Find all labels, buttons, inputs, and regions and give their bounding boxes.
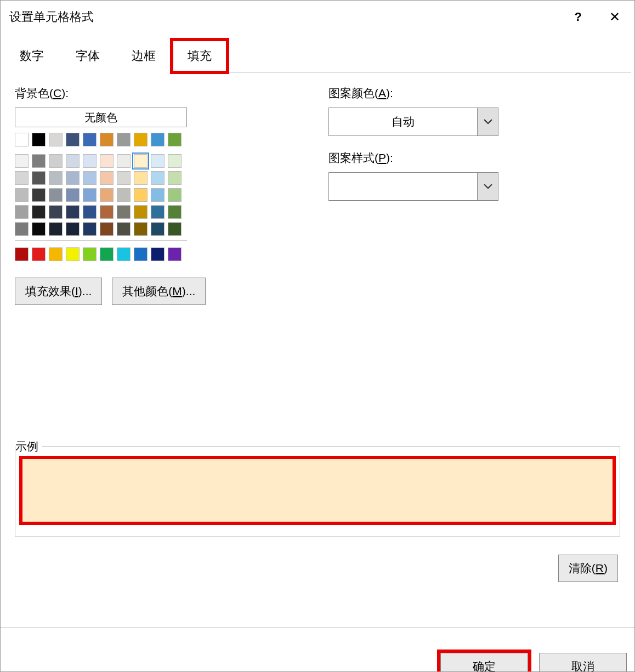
color-swatch[interactable] [168, 171, 182, 185]
color-swatch[interactable] [151, 133, 165, 146]
color-swatch[interactable] [100, 188, 114, 202]
color-swatch[interactable] [32, 205, 46, 219]
label-text: ): [386, 87, 393, 99]
color-swatch[interactable] [100, 222, 114, 236]
color-swatch[interactable] [100, 171, 114, 185]
label-text: ): [61, 87, 69, 99]
color-swatch[interactable] [151, 154, 165, 168]
color-swatch[interactable] [32, 188, 46, 202]
color-swatch[interactable] [168, 154, 182, 168]
color-swatch[interactable] [83, 247, 97, 261]
color-swatch[interactable] [134, 247, 148, 261]
chevron-down-icon[interactable] [477, 173, 498, 200]
color-swatch[interactable] [49, 205, 63, 219]
color-swatch[interactable] [117, 205, 131, 219]
cancel-button[interactable]: 取消 [539, 653, 627, 672]
color-swatch[interactable] [66, 133, 80, 146]
label-accel: P [378, 151, 386, 164]
color-swatch[interactable] [15, 133, 29, 146]
color-swatch[interactable] [15, 188, 29, 202]
color-swatch[interactable] [151, 171, 165, 185]
color-swatch[interactable] [83, 154, 97, 168]
color-swatch[interactable] [168, 247, 182, 261]
color-swatch[interactable] [100, 247, 114, 261]
tab-字体[interactable]: 字体 [60, 39, 116, 72]
color-swatch[interactable] [117, 154, 131, 168]
sample-preview [21, 458, 614, 523]
color-swatch[interactable] [134, 171, 148, 185]
chevron-down-icon[interactable] [477, 108, 498, 135]
color-swatch[interactable] [15, 205, 29, 219]
color-swatch[interactable] [168, 205, 182, 219]
color-swatch[interactable] [66, 171, 80, 185]
label-text: 图案颜色( [328, 87, 378, 99]
color-swatch[interactable] [134, 205, 148, 219]
color-swatch[interactable] [100, 205, 114, 219]
color-swatch[interactable] [117, 188, 131, 202]
color-swatch[interactable] [117, 133, 131, 146]
tab-边框[interactable]: 边框 [116, 39, 172, 72]
color-swatch[interactable] [134, 222, 148, 236]
color-swatch[interactable] [83, 205, 97, 219]
color-swatch[interactable] [100, 154, 114, 168]
btn-accel: R [596, 562, 604, 574]
color-swatch[interactable] [15, 154, 29, 168]
color-swatch[interactable] [117, 222, 131, 236]
color-swatch[interactable] [32, 133, 46, 146]
color-swatch[interactable] [83, 188, 97, 202]
pattern-color-combo[interactable]: 自动 [328, 108, 498, 136]
sample-area: 示例 [15, 446, 620, 537]
color-swatch[interactable] [15, 171, 29, 185]
color-swatch[interactable] [134, 154, 148, 168]
color-swatch[interactable] [32, 171, 46, 185]
help-icon[interactable]: ? [575, 10, 582, 24]
color-swatch[interactable] [151, 247, 165, 261]
color-swatch[interactable] [168, 222, 182, 236]
color-swatch[interactable] [134, 188, 148, 202]
no-color-button[interactable]: 无颜色 [15, 108, 187, 127]
tab-填充[interactable]: 填充 [172, 39, 228, 72]
color-swatch[interactable] [15, 222, 29, 236]
fill-effects-button[interactable]: 填充效果(I)... [15, 278, 102, 305]
color-swatch[interactable] [49, 154, 63, 168]
clear-button[interactable]: 清除(R) [558, 555, 618, 582]
color-swatch[interactable] [168, 133, 182, 146]
color-swatch[interactable] [66, 188, 80, 202]
color-swatch[interactable] [49, 222, 63, 236]
pattern-style-combo[interactable] [328, 172, 498, 201]
color-swatch[interactable] [100, 133, 114, 146]
right-column: 图案颜色(A): 自动 图案样式(P): [328, 86, 620, 305]
color-swatch[interactable] [32, 222, 46, 236]
color-swatch[interactable] [83, 171, 97, 185]
color-swatch[interactable] [117, 171, 131, 185]
color-swatch[interactable] [32, 154, 46, 168]
color-swatch[interactable] [117, 247, 131, 261]
color-swatch[interactable] [49, 247, 63, 261]
dialog-footer: 确定 取消 [1, 628, 634, 671]
color-swatch[interactable] [83, 133, 97, 146]
btn-accel: M [172, 285, 182, 297]
tab-数字[interactable]: 数字 [4, 39, 60, 72]
color-swatch[interactable] [83, 222, 97, 236]
ok-button[interactable]: 确定 [440, 653, 528, 672]
clear-button-wrap: 清除(R) [558, 555, 618, 582]
color-swatch[interactable] [134, 133, 148, 146]
color-swatch[interactable] [151, 205, 165, 219]
color-swatch[interactable] [168, 188, 182, 202]
sample-fieldset: 示例 [15, 446, 620, 537]
more-colors-button[interactable]: 其他颜色(M)... [112, 278, 206, 305]
color-swatch[interactable] [32, 247, 46, 261]
color-swatch[interactable] [49, 188, 63, 202]
color-swatch[interactable] [66, 247, 80, 261]
button-row: 填充效果(I)... 其他颜色(M)... [15, 278, 307, 305]
color-swatch[interactable] [15, 247, 29, 261]
close-icon[interactable]: ✕ [604, 9, 626, 25]
color-swatch[interactable] [151, 188, 165, 202]
btn-text: 清除( [569, 562, 596, 574]
color-swatch[interactable] [66, 205, 80, 219]
color-swatch[interactable] [151, 222, 165, 236]
color-swatch[interactable] [49, 171, 63, 185]
color-swatch[interactable] [49, 133, 63, 146]
color-swatch[interactable] [66, 154, 80, 168]
color-swatch[interactable] [66, 222, 80, 236]
